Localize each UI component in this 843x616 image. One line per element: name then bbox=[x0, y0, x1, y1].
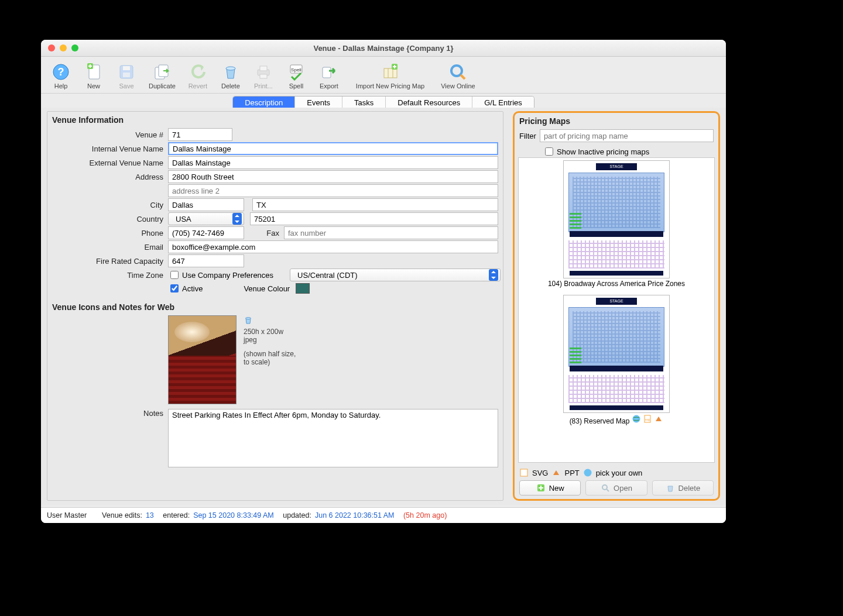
save-button[interactable]: Save bbox=[110, 60, 143, 90]
status-edits-count[interactable]: 13 bbox=[146, 511, 154, 519]
zoom-icon[interactable] bbox=[71, 44, 78, 51]
duplicate-button[interactable]: Duplicate bbox=[143, 60, 181, 90]
map-legend: SVG PPT pick your own bbox=[519, 466, 714, 479]
new-icon bbox=[83, 61, 104, 82]
print-button[interactable]: Print... bbox=[247, 60, 280, 90]
status-entered-date[interactable]: Sep 15 2020 8:33:49 AM bbox=[193, 511, 274, 519]
svg-text:Spell: Spell bbox=[291, 67, 301, 73]
plus-icon bbox=[536, 483, 546, 493]
toolbar-label: View Online bbox=[441, 82, 475, 90]
minimize-icon[interactable] bbox=[60, 44, 67, 51]
export-icon bbox=[318, 61, 340, 82]
delete-button[interactable]: Delete bbox=[214, 60, 247, 90]
svg-file-icon bbox=[519, 468, 529, 477]
svg-point-18 bbox=[451, 66, 462, 76]
delete-map-button[interactable]: Delete bbox=[652, 480, 714, 495]
trash-icon bbox=[666, 483, 675, 493]
venue-info-title: Venue Information bbox=[47, 112, 503, 127]
notes-field[interactable]: Street Parking Rates In Effect After 6pm… bbox=[168, 409, 498, 467]
trash-icon[interactable] bbox=[244, 315, 253, 325]
external-name-field[interactable] bbox=[168, 156, 498, 169]
new-button[interactable]: New bbox=[77, 60, 110, 90]
toolbar-label: Print... bbox=[254, 82, 273, 90]
label-capacity: Fire Rated Capacity bbox=[52, 257, 168, 266]
tab-gl-entries[interactable]: G/L Entries bbox=[472, 97, 534, 109]
label-venue-no: Venue # bbox=[52, 130, 168, 139]
spell-button[interactable]: Spell Spell bbox=[280, 60, 313, 90]
pricing-maps-list[interactable]: STAGE 104) Broadway Across America Price… bbox=[518, 157, 715, 463]
pricing-map-item[interactable]: STAGE 104) Broadway Across America Price… bbox=[519, 158, 714, 292]
import-pricing-map-button[interactable]: Import New Pricing Map bbox=[345, 60, 435, 90]
address2-field[interactable] bbox=[168, 184, 498, 197]
search-icon bbox=[601, 483, 610, 493]
open-map-button[interactable]: Open bbox=[585, 480, 647, 495]
phone-field[interactable] bbox=[168, 226, 244, 239]
country-select[interactable]: USA bbox=[168, 212, 244, 225]
export-button[interactable]: Export bbox=[313, 60, 345, 90]
tab-events[interactable]: Events bbox=[295, 97, 342, 109]
toolbar-label: Import New Pricing Map bbox=[356, 82, 424, 90]
tab-description[interactable]: Description bbox=[233, 97, 295, 109]
filter-input[interactable] bbox=[540, 129, 714, 142]
internal-name-field[interactable] bbox=[168, 142, 498, 155]
view-online-icon bbox=[447, 61, 468, 82]
label-phone: Phone bbox=[52, 229, 168, 238]
img-meta-note1: (shown half size, bbox=[244, 350, 296, 358]
timezone-select[interactable]: US/Central (CDT) bbox=[290, 269, 501, 281]
use-company-prefs-checkbox[interactable] bbox=[170, 271, 179, 279]
venue-thumbnail[interactable] bbox=[168, 315, 237, 404]
state-field[interactable] bbox=[252, 198, 498, 211]
globe-icon bbox=[583, 468, 592, 477]
legend-svg-label: SVG bbox=[532, 469, 548, 477]
close-icon[interactable] bbox=[48, 44, 55, 51]
pricing-map-thumbnail: STAGE bbox=[563, 160, 670, 278]
toolbar-label: Duplicate bbox=[149, 82, 176, 90]
email-field[interactable] bbox=[168, 240, 498, 253]
fax-field[interactable] bbox=[284, 226, 498, 239]
label-use-company-prefs: Use Company Preferences bbox=[182, 271, 273, 280]
svg-rect-5 bbox=[123, 66, 130, 70]
status-updated-label: updated: bbox=[283, 511, 311, 519]
venue-colour-swatch[interactable] bbox=[296, 283, 310, 294]
show-inactive-checkbox[interactable] bbox=[545, 147, 553, 156]
postal-field[interactable] bbox=[250, 212, 498, 225]
label-external: External Venue Name bbox=[52, 159, 168, 167]
view-online-button[interactable]: View Online bbox=[435, 60, 481, 90]
pricing-map-caption: (83) Reserved Map svg bbox=[520, 414, 713, 425]
label-fax: Fax bbox=[244, 229, 284, 238]
spell-icon: Spell bbox=[286, 61, 307, 82]
tab-tasks[interactable]: Tasks bbox=[342, 97, 386, 109]
svg-rect-12 bbox=[260, 74, 267, 78]
revert-button[interactable]: Revert bbox=[181, 60, 214, 90]
tab-default-resources[interactable]: Default Resources bbox=[386, 97, 472, 109]
city-field[interactable] bbox=[168, 198, 244, 211]
svg-point-19 bbox=[246, 318, 251, 319]
capacity-field[interactable] bbox=[168, 254, 244, 267]
legend-pyo-label: pick your own bbox=[596, 469, 642, 477]
status-ago: (5h 20m ago) bbox=[403, 511, 447, 519]
new-map-button[interactable]: New bbox=[519, 480, 581, 495]
pricing-map-item[interactable]: STAGE (83) Reserved Map svg bbox=[519, 292, 714, 430]
tabs-bar: Description Events Tasks Default Resourc… bbox=[41, 94, 726, 109]
help-icon: ? bbox=[50, 61, 71, 82]
label-email: Email bbox=[52, 243, 168, 252]
ppt-icon bbox=[654, 414, 663, 424]
active-checkbox[interactable] bbox=[170, 284, 179, 292]
toolbar: ? Help New Save Duplicate Revert Dele bbox=[41, 57, 726, 94]
label-filter: Filter bbox=[519, 132, 540, 140]
window-title: Venue - Dallas Mainstage {Company 1} bbox=[41, 44, 726, 53]
ppt-icon bbox=[551, 468, 561, 477]
venue-info-panel: Venue Information Venue # Internal Venue… bbox=[47, 111, 503, 501]
status-updated-date[interactable]: Jun 6 2022 10:36:51 AM bbox=[315, 511, 395, 519]
svg-rect-16 bbox=[384, 68, 397, 78]
help-button[interactable]: ? Help bbox=[44, 60, 77, 90]
address1-field[interactable] bbox=[168, 170, 498, 183]
duplicate-icon bbox=[152, 61, 173, 82]
svg-point-26 bbox=[602, 485, 607, 490]
toolbar-label: Delete bbox=[221, 82, 240, 90]
venue-no-field[interactable] bbox=[168, 128, 232, 141]
status-edits-label: Venue edits: bbox=[102, 511, 142, 519]
pricing-maps-panel: Pricing Maps Filter Show Inactive pricin… bbox=[513, 111, 720, 501]
globe-icon bbox=[632, 414, 641, 424]
toolbar-label: Save bbox=[119, 82, 133, 90]
